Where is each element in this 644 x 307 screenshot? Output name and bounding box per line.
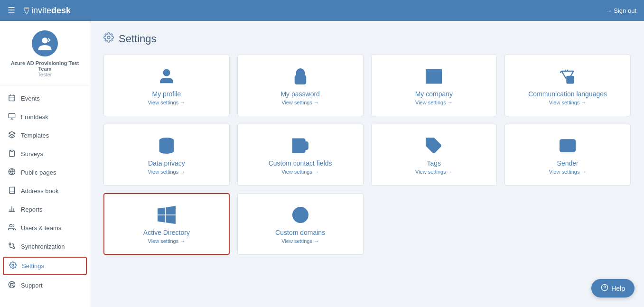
svg-point-27 <box>164 70 170 76</box>
card-communication-languages[interactable]: Communication languages View settings → <box>504 55 631 116</box>
sidebar-item-events[interactable]: Events <box>0 89 90 108</box>
card-link: View settings → <box>281 238 319 244</box>
card-link: View settings → <box>549 169 587 175</box>
card-title: My password <box>280 90 319 98</box>
sidebar-item-settings[interactable]: Settings <box>3 257 87 275</box>
card-link: View settings → <box>148 100 186 105</box>
svg-point-21 <box>10 283 13 286</box>
sidebar-item-templates[interactable]: Templates <box>0 126 90 145</box>
sync-icon <box>8 242 16 251</box>
email-icon <box>559 137 577 155</box>
svg-point-19 <box>12 264 14 266</box>
card-title: Sender <box>557 159 579 167</box>
hamburger-menu[interactable]: ☰ <box>8 5 15 16</box>
windows-icon <box>158 206 176 224</box>
nav-items: Events Frontdesk Templates Surveys <box>0 85 90 298</box>
sidebar: Azure AD Provisioning Test Team Tester E… <box>0 21 90 307</box>
globe-icon <box>8 168 16 177</box>
svg-line-22 <box>9 282 11 284</box>
card-title: Communication languages <box>528 90 607 98</box>
sidebar-item-label: Address book <box>21 187 59 195</box>
svg-point-0 <box>42 37 47 43</box>
card-custom-domains[interactable]: Custom domains View settings → <box>237 193 364 255</box>
card-title: Active Directory <box>143 229 190 236</box>
svg-marker-8 <box>9 131 15 135</box>
card-title: Tags <box>427 159 441 167</box>
sidebar-item-users-teams[interactable]: Users & teams <box>0 219 90 237</box>
sidebar-profile: Azure AD Provisioning Test Team Tester <box>0 21 90 85</box>
sidebar-item-address-book[interactable]: Address book <box>0 182 90 200</box>
sidebar-item-public-pages[interactable]: Public pages <box>0 163 90 182</box>
svg-rect-1 <box>9 95 15 101</box>
card-sender[interactable]: Sender View settings → <box>504 124 631 186</box>
monitor-icon <box>8 112 16 121</box>
help-button[interactable]: Help <box>591 279 635 298</box>
svg-rect-29 <box>427 70 442 84</box>
bar-chart-icon <box>8 205 16 214</box>
building-icon <box>425 67 443 85</box>
page-title: Settings <box>119 33 157 45</box>
svg-line-24 <box>13 282 14 284</box>
card-link: View settings → <box>415 169 453 175</box>
sidebar-item-reports[interactable]: Reports <box>0 200 90 219</box>
sidebar-item-label: Users & teams <box>21 224 61 232</box>
sidebar-item-synchronization[interactable]: Synchronization <box>0 237 90 256</box>
svg-point-16 <box>9 224 12 227</box>
signout-button[interactable]: → Sign out <box>606 7 636 14</box>
lock-icon <box>291 67 309 85</box>
logo: ⩢invitedesk <box>23 6 71 16</box>
help-circle-icon <box>601 284 608 293</box>
svg-point-17 <box>9 243 11 245</box>
layers-icon <box>8 131 16 140</box>
help-label: Help <box>611 285 625 292</box>
card-tags[interactable]: Tags View settings → <box>371 124 497 186</box>
page-header: Settings <box>103 32 631 45</box>
card-title: My company <box>415 90 453 98</box>
sidebar-item-label: Public pages <box>21 169 56 176</box>
svg-line-25 <box>9 286 11 287</box>
card-title: My profile <box>152 90 181 98</box>
sidebar-item-label: Synchronization <box>21 243 65 250</box>
card-link: View settings → <box>148 169 186 175</box>
card-link: View settings → <box>415 100 453 105</box>
card-link: View settings → <box>281 169 319 175</box>
sidebar-item-surveys[interactable]: Surveys <box>0 145 90 163</box>
settings-grid: My profile View settings → My password V… <box>103 55 631 255</box>
svg-rect-9 <box>10 150 13 151</box>
card-link: View settings → <box>148 238 186 244</box>
main-content: Settings My profile View settings → My p… <box>90 21 644 307</box>
svg-point-18 <box>13 247 15 249</box>
topbar: ☰ ⩢invitedesk → Sign out <box>0 0 644 21</box>
card-data-privacy[interactable]: Data privacy View settings → <box>103 124 230 186</box>
card-my-password[interactable]: My password View settings → <box>237 55 364 116</box>
users-icon <box>8 223 16 233</box>
sidebar-item-label: Events <box>21 95 40 102</box>
card-my-profile[interactable]: My profile View settings → <box>103 55 230 116</box>
avatar <box>32 30 58 56</box>
sidebar-item-label: Templates <box>21 132 49 139</box>
sidebar-item-label: Settings <box>22 262 44 270</box>
svg-rect-28 <box>295 75 306 84</box>
card-title: Custom domains <box>275 229 325 236</box>
sidebar-item-frontdesk[interactable]: Frontdesk <box>0 108 90 126</box>
translate-icon <box>559 67 577 85</box>
svg-rect-5 <box>9 113 15 118</box>
card-active-directory[interactable]: Active Directory View settings → <box>103 193 230 255</box>
sidebar-item-label: Surveys <box>21 150 43 158</box>
card-my-company[interactable]: My company View settings → <box>371 55 497 116</box>
signout-label: Sign out <box>614 7 636 14</box>
tag-icon <box>425 137 443 155</box>
contacts-icon <box>291 137 309 155</box>
sidebar-item-support[interactable]: Support <box>0 276 90 295</box>
card-link: View settings → <box>549 100 587 105</box>
card-custom-contact-fields[interactable]: Custom contact fields View settings → <box>237 124 364 186</box>
signout-icon: → <box>606 7 612 14</box>
globe2-icon <box>291 206 309 224</box>
calendar-icon <box>8 94 16 103</box>
svg-line-23 <box>13 286 14 287</box>
clipboard-icon <box>8 149 16 158</box>
sidebar-item-label: Frontdesk <box>21 113 48 121</box>
profile-role: Tester <box>38 72 52 77</box>
sidebar-item-label: Reports <box>21 206 43 213</box>
svg-point-26 <box>107 36 110 39</box>
